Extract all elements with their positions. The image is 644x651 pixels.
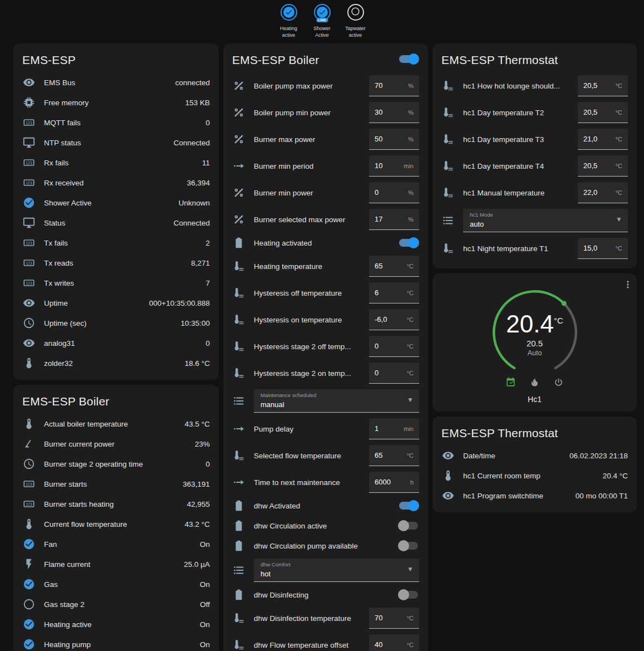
entity-row-analog31[interactable]: analog310 bbox=[22, 333, 210, 353]
number-input[interactable]: 6°C bbox=[369, 282, 419, 304]
entity-row-flame-current[interactable]: Flame current25.0 µA bbox=[22, 554, 210, 574]
entity-row-status[interactable]: StatusConnected bbox=[22, 213, 210, 233]
list-icon bbox=[441, 214, 455, 227]
number-input[interactable]: 17% bbox=[369, 209, 419, 230]
entity-row-uptime-sec[interactable]: Uptime (sec)10:35:00 bbox=[22, 313, 210, 333]
number-input[interactable]: 30% bbox=[369, 102, 419, 123]
boiler-controls-card: EMS-ESP Boiler Boiler pump max power70% … bbox=[223, 43, 428, 651]
list-icon bbox=[232, 564, 245, 576]
entity-row-datetime[interactable]: Date/time06.02.2023 21:18 bbox=[441, 446, 628, 466]
entity-row-shower-active[interactable]: Shower ActiveUnknown bbox=[22, 193, 210, 213]
number-row-hysteresis-off: Hysteresis off temperature6°C bbox=[232, 280, 419, 306]
number-row-burner-selected-max: Burner selected max power17% bbox=[232, 206, 419, 233]
counter-icon bbox=[22, 116, 36, 129]
number-input[interactable]: 0% bbox=[369, 182, 419, 203]
number-input[interactable]: 20,5°C bbox=[578, 155, 628, 177]
number-input[interactable]: 65°C bbox=[369, 445, 419, 466]
number-input[interactable]: 6000h bbox=[369, 472, 419, 493]
number-input[interactable]: -6,0°C bbox=[369, 309, 419, 330]
select-row-dhw-comfort: dhw Comforthot▼ bbox=[232, 556, 419, 585]
number-row-hc1-day-t3: hc1 Day temperature T321,0°C bbox=[441, 126, 628, 153]
entity-row-tx-fails[interactable]: Tx fails2 bbox=[22, 233, 210, 253]
number-input[interactable]: 70°C bbox=[369, 608, 419, 629]
entity-row-zolder32[interactable]: zolder3218.6 °C bbox=[22, 353, 210, 373]
number-row-dhw-disinfection-temp: dhw Disinfection temperature70°C bbox=[232, 605, 419, 632]
entity-row-ems-bus[interactable]: EMS Busconnected bbox=[22, 72, 210, 92]
temperature-gauge[interactable]: 20.4°C 20.5 Auto bbox=[485, 282, 585, 379]
thermostat-name: Hc1 bbox=[528, 395, 542, 404]
thermometer-waves-icon bbox=[441, 80, 455, 92]
number-input[interactable]: 0°C bbox=[369, 363, 419, 384]
thermometer-waves-icon bbox=[232, 639, 245, 651]
number-row-dhw-flow-offset: dhw Flow temperature offset40°C bbox=[232, 632, 419, 651]
toggle-switch[interactable] bbox=[399, 591, 418, 599]
memory-icon bbox=[22, 96, 36, 109]
number-input[interactable]: 10min bbox=[369, 155, 419, 177]
select-input[interactable]: Maintenance scheduledmanual▼ bbox=[254, 389, 419, 413]
number-input[interactable]: 1min bbox=[369, 418, 419, 439]
number-row-pump-delay: Pump delay1min bbox=[232, 415, 419, 442]
select-input[interactable]: dhw Comforthot▼ bbox=[254, 559, 419, 582]
card-master-toggle[interactable] bbox=[399, 55, 418, 63]
number-input[interactable]: 50% bbox=[369, 129, 419, 150]
toggle-switch[interactable] bbox=[399, 522, 418, 530]
number-input[interactable]: 20,5°C bbox=[578, 102, 628, 123]
badge-tapwater-active[interactable]: Tapwateractive bbox=[340, 4, 372, 38]
status-badges: Heatingactive LINK ShowerActive Tapwater… bbox=[0, 0, 644, 40]
entity-row-fan[interactable]: FanOn bbox=[22, 534, 210, 554]
badge-shower-active[interactable]: LINK ShowerActive bbox=[306, 4, 338, 38]
entity-row-gas-stage2[interactable]: Gas stage 2Off bbox=[22, 594, 210, 614]
entity-row-burner-current-power[interactable]: Burner current power23% bbox=[22, 434, 210, 454]
thermostat-gauge-card: 20.4°C 20.5 Auto Hc1 bbox=[432, 273, 637, 412]
badge-label: Heatingactive bbox=[280, 25, 297, 38]
number-input[interactable]: 40°C bbox=[369, 634, 419, 651]
toggle-switch[interactable] bbox=[399, 239, 418, 247]
switch-row-dhw-disinfecting: dhw Disinfecting bbox=[232, 585, 419, 605]
entity-row-uptime[interactable]: Uptime000+10:35:00.888 bbox=[22, 293, 210, 313]
monitor-icon bbox=[22, 217, 36, 229]
entity-row-hc1-current-room-temp[interactable]: hc1 Current room temp20.4 °C bbox=[441, 466, 628, 486]
select-input[interactable]: hc1 Modeauto▼ bbox=[463, 209, 628, 232]
entity-row-tx-writes[interactable]: Tx writes7 bbox=[22, 273, 210, 293]
entity-row-burner-stage2-time[interactable]: Burner stage 2 operating time0 bbox=[22, 454, 210, 474]
badge-heating-active[interactable]: Heatingactive bbox=[273, 4, 305, 38]
entity-row-rx-received[interactable]: Rx received36,394 bbox=[22, 173, 210, 193]
number-row-burner-min-power: Burner min power0% bbox=[232, 179, 419, 206]
entity-row-rx-fails[interactable]: Rx fails11 bbox=[22, 153, 210, 173]
ray-arrow-icon bbox=[232, 476, 245, 488]
thermometer-waves-icon bbox=[232, 612, 245, 624]
entity-row-mqtt-fails[interactable]: MQTT fails0 bbox=[22, 112, 210, 133]
entity-row-tx-reads[interactable]: Tx reads8,271 bbox=[22, 253, 210, 273]
badge-label: ShowerActive bbox=[313, 25, 331, 38]
entity-row-current-flow-temp[interactable]: Current flow temperature43.2 °C bbox=[22, 514, 210, 534]
switch-row-dhw-circulation-active: dhw Circulation active bbox=[232, 516, 419, 536]
entity-row-burner-starts[interactable]: Burner starts363,191 bbox=[22, 474, 210, 494]
battery-icon bbox=[232, 589, 245, 601]
number-input[interactable]: 70% bbox=[369, 75, 419, 96]
percent-icon bbox=[232, 187, 245, 199]
badge-label: Tapwateractive bbox=[345, 25, 366, 38]
entity-row-free-memory[interactable]: Free memory153 KB bbox=[22, 92, 210, 112]
number-input[interactable]: 15,0°C bbox=[578, 238, 628, 259]
entity-row-heating-pump[interactable]: Heating pumpOn bbox=[22, 634, 210, 651]
number-input[interactable]: 20,5°C bbox=[578, 75, 628, 96]
current-temperature: 20.4°C bbox=[485, 311, 585, 337]
toggle-switch[interactable] bbox=[399, 542, 418, 550]
entity-row-heating-active[interactable]: Heating activeOn bbox=[22, 614, 210, 634]
entity-row-ntp-status[interactable]: NTP statusConnected bbox=[22, 133, 210, 153]
number-row-hc1-night-t1: hc1 Night temperature T115,0°C bbox=[441, 235, 628, 262]
number-row-burner-min-period: Burner min period10min bbox=[232, 153, 419, 179]
number-input[interactable]: 0°C bbox=[369, 336, 419, 357]
check-circle-icon bbox=[22, 618, 36, 630]
entity-row-actual-boiler-temp[interactable]: Actual boiler temperature43.5 °C bbox=[22, 414, 210, 434]
toggle-switch[interactable] bbox=[399, 502, 418, 510]
number-input[interactable]: 21,0°C bbox=[578, 129, 628, 150]
check-circle-icon: LINK bbox=[314, 4, 331, 21]
counter-icon bbox=[22, 237, 36, 249]
number-input[interactable]: 22,0°C bbox=[578, 182, 628, 203]
dots-vertical-icon[interactable] bbox=[622, 279, 633, 292]
entity-row-hc1-program-switchtime[interactable]: hc1 Program switchtime00 mo 00:00 T1 bbox=[441, 486, 628, 506]
number-input[interactable]: 65°C bbox=[369, 256, 419, 277]
entity-row-gas[interactable]: GasOn bbox=[22, 574, 210, 594]
entity-row-burner-starts-heating[interactable]: Burner starts heating42,955 bbox=[22, 494, 210, 514]
